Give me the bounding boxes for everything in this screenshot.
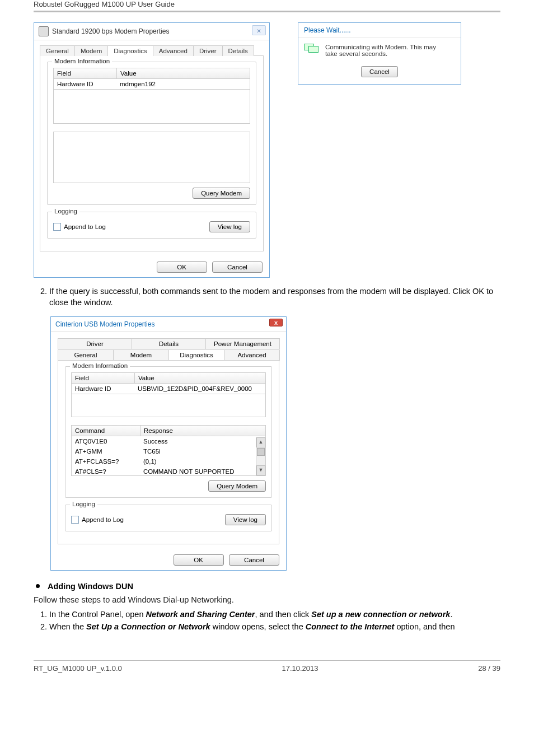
cancel-button[interactable]: Cancel <box>229 554 279 566</box>
listview-empty <box>71 394 266 417</box>
group-title: Modem Information <box>52 58 112 64</box>
list-item: When the Set Up a Connection or Network … <box>49 621 500 632</box>
scroll-down-icon[interactable]: ▼ <box>256 465 265 475</box>
modem-info-group: Modem Information Field Value Hardware I… <box>47 62 256 205</box>
step-text: If the query is successful, both command… <box>49 286 500 309</box>
doc-header: Robustel GoRugged M1000 UP User Guide <box>34 0 500 11</box>
cell-value: USB\VID_1E2D&PID_004F&REV_0000 <box>134 384 265 394</box>
step-list: In the Control Panel, open Network and S… <box>34 609 500 633</box>
dialog-icon <box>39 26 49 36</box>
list-row: Hardware ID USB\VID_1E2D&PID_004F&REV_00… <box>71 384 266 394</box>
tab-advanced[interactable]: Advanced <box>224 349 280 361</box>
cell-value: mdmgen192 <box>116 79 250 89</box>
modem-props-dialog-1: Standard 19200 bps Modem Properties ⨉ Ge… <box>34 22 270 278</box>
close-icon[interactable]: ⨉ <box>252 25 266 35</box>
view-log-button[interactable]: View log <box>225 514 266 525</box>
dialog-title: Cinterion USB Modem Properties <box>55 320 154 328</box>
wait-title: Please Wait...... <box>298 23 461 38</box>
communicate-icon <box>304 44 320 55</box>
col-field: Field <box>72 373 135 383</box>
footer-center: 17.10.2013 <box>282 664 318 673</box>
footer-left: RT_UG_M1000 UP_v.1.0.0 <box>34 664 122 673</box>
tab-diagnostics[interactable]: Diagnostics <box>107 45 153 56</box>
logging-group: Logging Append to Log View log <box>65 505 272 531</box>
cell-resp: TC65i <box>140 446 256 456</box>
scroll-up-icon[interactable]: ▲ <box>256 437 265 447</box>
listview-header: Field Value <box>71 372 266 384</box>
tab-details[interactable]: Details <box>222 45 254 56</box>
tabs: General Modem Diagnostics Advanced Drive… <box>40 45 264 56</box>
cell-cmd: AT+GMM <box>72 446 140 456</box>
logging-group: Logging Append to Log View log <box>47 212 256 239</box>
cell-field: Hardware ID <box>54 79 116 89</box>
cancel-button[interactable]: Cancel <box>361 66 398 77</box>
tab-diagnostics[interactable]: Diagnostics <box>168 349 224 361</box>
body-text: Follow these steps to add Windows Dial-u… <box>34 594 500 605</box>
tab-advanced[interactable]: Advanced <box>153 45 194 56</box>
col-value: Value <box>117 68 250 78</box>
dialog-title: Standard 19200 bps Modem Properties <box>52 27 169 35</box>
tab-details[interactable]: Details <box>132 338 206 349</box>
section-heading: Adding Windows DUN <box>34 582 500 591</box>
cell-cmd: ATQ0V1E0 <box>72 436 140 446</box>
tab-modem[interactable]: Modem <box>113 349 169 361</box>
view-log-button[interactable]: View log <box>209 221 250 232</box>
list-row: ATQ0V1E0 Success <box>72 436 256 446</box>
group-title: Logging <box>52 208 79 214</box>
scrollbar[interactable]: ▲ ▼ <box>256 437 265 475</box>
listview-empty <box>53 90 250 124</box>
please-wait-dialog: Please Wait...... Communicating with Mod… <box>298 22 461 85</box>
checkbox-label: Append to Log <box>64 223 106 230</box>
close-icon[interactable]: x <box>269 319 283 326</box>
doc-footer: RT_UG_M1000 UP_v.1.0.0 17.10.2013 28 / 3… <box>34 660 500 673</box>
cell-resp: Success <box>140 436 256 446</box>
group-title: Logging <box>70 501 97 507</box>
cell-resp: (0,1) <box>140 456 256 466</box>
footer-right: 28 / 39 <box>478 664 500 673</box>
scroll-thumb[interactable] <box>257 448 265 456</box>
ok-button[interactable]: OK <box>157 262 207 273</box>
list-row: Hardware ID mdmgen192 <box>53 79 250 90</box>
checkbox-label: Append to Log <box>82 516 124 523</box>
query-modem-button[interactable]: Query Modem <box>208 480 266 492</box>
tab-general[interactable]: General <box>40 45 75 56</box>
listview-header: Field Value <box>53 68 250 79</box>
command-listview: Command Response ATQ0V1E0 Success AT+GMM… <box>71 425 266 476</box>
cell-field: Hardware ID <box>72 384 134 394</box>
list-item: In the Control Panel, open Network and S… <box>49 609 500 620</box>
col-command: Command <box>72 426 140 436</box>
bullet-icon <box>36 584 40 588</box>
modem-props-dialog-2: Cinterion USB Modem Properties x Driver … <box>50 316 287 571</box>
append-to-log-checkbox[interactable]: Append to Log <box>53 223 106 231</box>
list-row: AT#CLS=? COMMAND NOT SUPPORTED <box>72 466 256 475</box>
append-to-log-checkbox[interactable]: Append to Log <box>71 516 124 524</box>
tab-driver[interactable]: Driver <box>58 338 132 349</box>
cancel-button[interactable]: Cancel <box>212 262 263 273</box>
col-value: Value <box>135 373 265 383</box>
list-row: AT+FCLASS=? (0,1) <box>72 456 256 466</box>
tab-power-mgmt[interactable]: Power Management <box>205 338 280 349</box>
ok-button[interactable]: OK <box>174 554 224 566</box>
group-title: Modem Information <box>70 362 130 369</box>
list-row: AT+GMM TC65i <box>72 446 256 456</box>
col-response: Response <box>140 426 265 436</box>
tab-driver[interactable]: Driver <box>193 45 223 56</box>
tab-modem[interactable]: Modem <box>74 45 108 56</box>
cell-resp: COMMAND NOT SUPPORTED <box>140 466 256 475</box>
cell-cmd: AT+FCLASS=? <box>72 456 140 466</box>
modem-info-group: Modem Information Field Value Hardware I… <box>65 366 272 498</box>
query-modem-button[interactable]: Query Modem <box>193 188 250 199</box>
wait-text: Communicating with Modem. This may take … <box>325 44 436 57</box>
tab-general[interactable]: General <box>58 349 114 361</box>
output-listview <box>53 132 250 183</box>
col-field: Field <box>54 68 117 78</box>
cell-cmd: AT#CLS=? <box>72 466 140 475</box>
